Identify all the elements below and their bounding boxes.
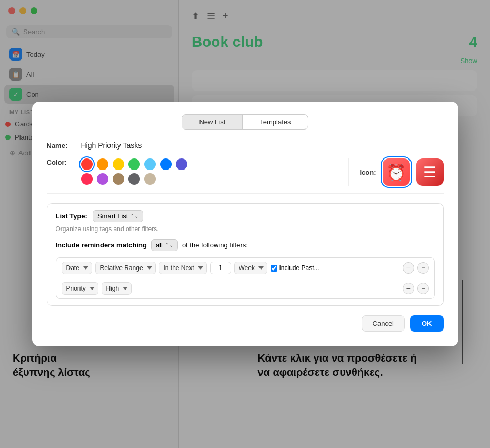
include-row: Include reminders matching all ⌃⌄ of the…: [56, 239, 435, 251]
icon-clock[interactable]: ⏰: [383, 158, 410, 186]
list-type-label: List Type:: [56, 212, 87, 220]
filter-number-input[interactable]: [210, 262, 231, 274]
include-past-label: Include Past...: [279, 264, 319, 272]
list-type-chevron: ⌃⌄: [130, 213, 138, 219]
clock-emoji: ⏰: [386, 163, 406, 182]
color-tan[interactable]: [144, 173, 156, 185]
include-suffix: of the following filters:: [182, 241, 248, 249]
color-indigo[interactable]: [176, 158, 187, 170]
smart-list-section: List Type: Smart List ⌃⌄ Organize using …: [47, 203, 444, 306]
filter-remove-btn-1[interactable]: −: [403, 262, 414, 274]
color-icon-row: Color: Icon:: [47, 158, 444, 194]
color-purple[interactable]: [97, 173, 108, 185]
ok-button[interactable]: OK: [410, 315, 444, 332]
filter-more-btn-1[interactable]: ···: [417, 262, 429, 274]
connector-chevron: ⌃⌄: [165, 242, 173, 248]
name-label: Name:: [47, 142, 76, 150]
connector-select[interactable]: all ⌃⌄: [151, 239, 178, 251]
include-past-checkbox[interactable]: [271, 265, 277, 272]
list-type-select[interactable]: Smart List ⌃⌄: [93, 210, 144, 222]
icon-list[interactable]: ☰: [416, 158, 444, 186]
filter-condition-relative[interactable]: Relative Range: [95, 262, 156, 274]
filter-condition-high[interactable]: High: [102, 282, 132, 295]
list-emoji: ☰: [423, 164, 436, 181]
tab-segment: New List Templates: [182, 114, 308, 130]
icon-section: Icon: ⏰ ☰: [359, 158, 443, 186]
dialog-footer: Cancel OK: [47, 315, 444, 332]
name-input[interactable]: [81, 140, 444, 151]
filter-field-date[interactable]: Date: [62, 262, 92, 274]
color-gray[interactable]: [128, 173, 140, 185]
color-blue[interactable]: [160, 158, 172, 170]
color-pink[interactable]: [81, 173, 93, 185]
color-brown[interactable]: [113, 173, 124, 185]
filter-range-in-next[interactable]: In the Next: [159, 262, 207, 274]
include-label: Include reminders matching: [56, 241, 147, 249]
tab-templates[interactable]: Templates: [243, 115, 307, 129]
color-yellow[interactable]: [113, 158, 124, 170]
color-orange[interactable]: [97, 158, 108, 170]
modal-overlay: New List Templates Name: Color:: [0, 0, 490, 448]
tab-new-list[interactable]: New List: [182, 115, 242, 129]
color-section: Color:: [47, 158, 338, 185]
filter-container: Date Relative Range In the Next Week Inc: [56, 257, 435, 299]
filter-more-btn-2[interactable]: ···: [417, 283, 429, 294]
color-green[interactable]: [128, 158, 140, 170]
dialog-tabs: New List Templates: [47, 114, 444, 130]
color-grid: [81, 158, 188, 185]
name-row: Name:: [47, 140, 444, 151]
filter-remove-btn-2[interactable]: −: [403, 283, 414, 294]
list-type-value: Smart List: [97, 212, 128, 220]
color-red[interactable]: [81, 158, 93, 170]
color-label: Color:: [47, 158, 76, 166]
icon-label: Icon:: [359, 168, 376, 176]
filter-include-past[interactable]: Include Past...: [271, 264, 319, 272]
list-type-row: List Type: Smart List ⌃⌄: [56, 210, 435, 222]
filter-field-priority[interactable]: Priority: [62, 282, 98, 295]
filter-row-date: Date Relative Range In the Next Week Inc: [56, 258, 434, 278]
cancel-button[interactable]: Cancel: [362, 315, 405, 332]
new-list-dialog: New List Templates Name: Color:: [32, 102, 458, 346]
filter-row-priority: Priority High − ···: [56, 278, 434, 298]
connector-value: all: [156, 241, 163, 249]
filter-unit-week[interactable]: Week: [234, 262, 267, 274]
organize-hint: Organize using tags and other filters.: [56, 225, 435, 233]
color-lightblue[interactable]: [144, 158, 156, 170]
color-icon-divider: [348, 158, 349, 186]
